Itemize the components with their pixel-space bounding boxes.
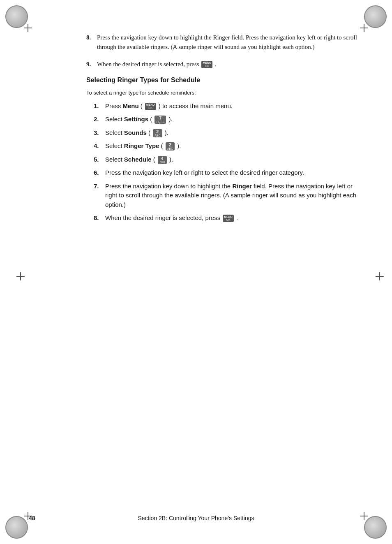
sub-step-7: 7. Press the navigation key down to high… (94, 182, 363, 210)
content-area: 8. Press the navigation key down to high… (86, 0, 363, 252)
corner-top-left (3, 3, 32, 32)
corner-top-right (360, 3, 389, 32)
sub-step-1-num: 1. (94, 102, 105, 111)
key-7-icon: 7 PQRS (154, 116, 166, 124)
sub-step-7-text: Press the navigation key down to highlig… (105, 182, 363, 210)
key-2-icon-s3: 2 ABC (153, 129, 162, 137)
sub-step-2-num: 2. (94, 115, 105, 124)
sub-step-1: 1. Press Menu ( MENU OK ) to access the … (94, 102, 363, 111)
sub-step-4: 4. Select Ringer Type ( 2 ABC ). (94, 141, 363, 151)
sub-instruction: To select a ringer type for schedule rem… (86, 90, 363, 96)
step-9-trailing: . (215, 61, 217, 67)
sub-step-3: 3. Select Sounds ( 2 ABC ). (94, 128, 363, 138)
footer: 48 Section 2B: Controlling Your Phone’s … (0, 515, 392, 521)
sub-step-2: 2. Select Settings ( 7 PQRS ). (94, 115, 363, 124)
sub-step-7-num: 7. (94, 182, 105, 210)
sub-step-2-text: Select Settings ( 7 PQRS ). (105, 115, 363, 124)
sub-steps: 1. Press Menu ( MENU OK ) to access the … (94, 102, 363, 223)
sub-step-3-num: 3. (94, 128, 105, 138)
sub-step-8-num: 8. (94, 213, 105, 223)
sub-step-6: 6. Press the navigation key left or righ… (94, 168, 363, 178)
step-8-text: Press the navigation key down to highlig… (97, 33, 363, 52)
sub-step-4-num: 4. (94, 141, 105, 151)
menu-ok-icon-s1: MENU OK (145, 103, 156, 110)
sub-step-6-num: 6. (94, 168, 105, 178)
step-8: 8. Press the navigation key down to high… (86, 33, 363, 52)
section-heading: Selecting Ringer Types for Schedule (86, 76, 363, 84)
page: 8. Press the navigation key down to high… (0, 0, 392, 544)
sub-step-8-text: When the desired ringer is selected, pre… (105, 213, 363, 223)
sub-step-5: 5. Select Schedule ( 4 GHI ). (94, 155, 363, 164)
sub-step-1-text: Press Menu ( MENU OK ) to access the mai… (105, 102, 363, 111)
page-number: 48 (29, 515, 35, 521)
menu-ok-icon-s8: MENU OK (223, 215, 234, 222)
sub-step-6-text: Press the navigation key left or right t… (105, 168, 363, 178)
footer-section-text: Section 2B: Controlling Your Phone’s Set… (138, 515, 254, 521)
menu-ok-icon-step9: MENU OK (201, 61, 212, 68)
step-9-num: 9. (86, 60, 97, 69)
step-9-text: When the desired ringer is selected, pre… (97, 60, 363, 69)
sub-step-3-text: Select Sounds ( 2 ABC ). (105, 128, 363, 138)
sub-step-8: 8. When the desired ringer is selected, … (94, 213, 363, 223)
sub-step-5-text: Select Schedule ( 4 GHI ). (105, 155, 363, 164)
step-8-num: 8. (86, 33, 97, 52)
key-4-icon: 4 GHI (158, 156, 167, 164)
key-2-icon-s4: 2 ABC (166, 142, 175, 150)
step-9: 9. When the desired ringer is selected, … (86, 60, 363, 69)
sub-step-5-num: 5. (94, 155, 105, 164)
sub-step-4-text: Select Ringer Type ( 2 ABC ). (105, 141, 363, 151)
step-9-text-before: When the desired ringer is selected, pre… (97, 61, 201, 67)
